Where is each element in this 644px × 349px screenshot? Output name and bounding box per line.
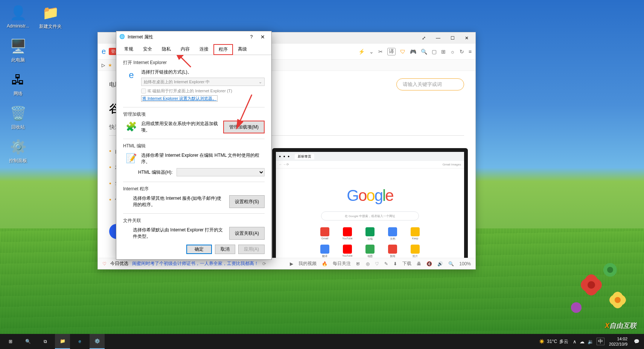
taskbar-settings[interactable]: ⚙️ (90, 334, 105, 349)
scissors-icon[interactable]: ✂ (378, 49, 383, 55)
section-file-assoc: 文件关联 选择你希望默认由 Internet Explorer 打开的文件类型。… (123, 217, 265, 240)
start-button[interactable]: ⊞ (3, 334, 18, 349)
tab-content[interactable]: 内容 (176, 44, 195, 55)
video-label[interactable]: 我的视频 (298, 260, 317, 267)
control-panel-icon: ⚙️ (9, 138, 27, 156)
google-shortcut: 地图 (362, 245, 378, 258)
separator (123, 213, 265, 214)
checkbox-input[interactable] (141, 89, 146, 93)
globe-icon: 🌐 (119, 34, 125, 40)
ie-tile-checkbox[interactable]: IE 磁贴用于打开桌面上的 Internet Explorer (T) (141, 88, 265, 94)
help-button[interactable]: ? (246, 34, 257, 40)
minimize-button[interactable]: — (432, 34, 444, 42)
zoom-level[interactable]: 100% (459, 261, 471, 266)
brush-icon[interactable]: ✎ (384, 261, 388, 266)
taskbar-clock[interactable]: 14:02 2022/10/9 (609, 336, 627, 347)
svg-point-4 (588, 281, 595, 289)
dialog-tabs: 常规 安全 隐私 内容 连接 程序 高级 (116, 43, 271, 55)
today-label[interactable]: 今日优选 (110, 260, 128, 267)
taskbar-ie[interactable]: e (72, 334, 87, 349)
maximize-button[interactable]: ☐ (447, 34, 458, 42)
weather-cond: 多云 (559, 338, 568, 345)
menu-icon[interactable]: ≡ (469, 49, 472, 55)
download-label[interactable]: 下载 (402, 260, 411, 267)
ie-logo-icon: e (102, 47, 106, 56)
dialog-title: Internet 属性 (128, 34, 246, 40)
open-method-dropdown[interactable]: 始终在桌面上的 Internet Explorer 中⌄ (141, 78, 265, 86)
tab-star-icon[interactable]: ★ (108, 63, 112, 68)
tab-privacy[interactable]: 隐私 (157, 44, 176, 55)
tab-play-icon[interactable]: ▷ (102, 63, 105, 68)
manage-addons-button[interactable]: 管理加载项(M) (223, 121, 265, 133)
desktop-icon-recycle-bin[interactable]: 🗑️ 回收站 (4, 104, 32, 130)
html-editor-select[interactable] (177, 168, 265, 176)
taskbar-explorer[interactable]: 📁 (55, 334, 70, 349)
tray-sound-icon[interactable]: 🔉 (588, 339, 594, 344)
daily-label[interactable]: 每日关注 (333, 260, 351, 267)
tray-cloud-icon[interactable]: ☁ (580, 339, 585, 344)
user-folder-icon: 👤 (9, 4, 27, 22)
shield-icon[interactable]: 🛡 (400, 49, 405, 55)
search-input[interactable]: 请输入关键字或词 (396, 78, 464, 90)
icon-label: Administr... (7, 23, 29, 29)
chrome-preview-frame: ●●●新标签页 ← → ⟳ Gmail Images Google 在 Goog… (272, 148, 468, 258)
notification-button[interactable]: 💬 (632, 334, 641, 349)
pin-button[interactable]: ⤢ (418, 34, 429, 42)
section-heading: Internet 程序 (123, 186, 265, 192)
bolt-icon[interactable]: ⚡ (358, 49, 365, 55)
nosound-icon[interactable]: 🔇 (426, 261, 432, 266)
taskbar: ⊞ 🔍 ⧉ 📁 e ⚙️ ☀️ 31°C 多云 ∧ ☁ 🔉 中 14:02 20… (0, 334, 644, 349)
search-button[interactable]: 🔍 (20, 334, 35, 349)
watermark: X自由互联 (605, 321, 636, 330)
section-html-edit: HTML 编辑 📝 选择你希望 Internet Explorer 在编辑 HT… (123, 143, 265, 176)
section-addons: 管理加载项 🧩 启用或禁用安装在系统中的浏览器加载项。 管理加载项(M) (123, 111, 265, 133)
close-button[interactable]: ✕ (257, 34, 268, 40)
tab-security[interactable]: 安全 (138, 44, 157, 55)
search-icon[interactable]: 🔍 (421, 49, 427, 55)
grid-icon[interactable]: ⊞ (441, 49, 446, 55)
heart-status-icon[interactable]: ♡ (375, 261, 379, 266)
desktop-icon-new-folder[interactable]: 📁 新建文件夹 (36, 4, 65, 30)
task-view-button[interactable]: ⧉ (38, 334, 53, 349)
desktop-icon-network[interactable]: 🖧 网络 (4, 71, 32, 97)
set-default-link[interactable]: 将 Internet Explorer 设置为默认浏览器。 (141, 95, 218, 102)
extension-icon[interactable]: ▢ (432, 49, 437, 55)
ime-indicator[interactable]: 中 (597, 338, 604, 345)
tab-general[interactable]: 常规 (119, 44, 138, 55)
brightness-icon[interactable]: ☼ (450, 49, 455, 55)
set-programs-button[interactable]: 设置程序(S) (229, 195, 265, 208)
desktop-icon-this-pc[interactable]: 🖥️ 此电脑 (4, 37, 32, 63)
google-shortcut: 新闻 (385, 245, 400, 258)
tray-overflow[interactable]: ∧ (573, 339, 577, 344)
weather-widget[interactable]: ☀️ 31°C 多云 (539, 338, 568, 345)
ring-icon[interactable]: ◎ (366, 261, 370, 266)
refresh-icon[interactable]: ⟳ (262, 261, 266, 266)
desktop-icon-administrator[interactable]: 👤 Administr... (4, 4, 32, 30)
dialog-titlebar[interactable]: 🌐 Internet 属性 ? ✕ (116, 31, 271, 43)
play-icon[interactable]: ▶ (290, 261, 293, 266)
translate-icon[interactable]: 译 (387, 48, 396, 55)
gamepad-icon[interactable]: 🎮 (410, 49, 416, 55)
chevron-down-icon[interactable]: ⌄ (369, 49, 374, 55)
preview-tabbar: ●●●新标签页 (276, 152, 464, 161)
download-icon[interactable]: ⬇ (393, 261, 397, 266)
printer-icon[interactable]: 🖶 (417, 261, 421, 266)
history-icon[interactable]: ↻ (460, 49, 464, 55)
ok-button[interactable]: 确定 (186, 245, 212, 254)
svg-point-1 (607, 267, 613, 273)
news-ticker[interactable]: 闺蜜闲时考了个初级会计师证书，一人养全家，工资比我都高！ (132, 260, 259, 267)
tab-advanced[interactable]: 高级 (233, 44, 252, 55)
set-assoc-button[interactable]: 设置关联(A) (229, 227, 265, 240)
desktop-icon-control-panel[interactable]: ⚙️ 控制面板 (4, 138, 32, 164)
google-shortcut: YouTube (340, 227, 355, 241)
cancel-button[interactable]: 取消 (215, 245, 235, 254)
tab-programs[interactable]: 程序 (213, 44, 233, 55)
tab-connections[interactable]: 连接 (195, 44, 213, 55)
flower-decoration (554, 247, 636, 330)
apply-button[interactable]: 应用(A) (238, 245, 265, 254)
folder-icon: 📁 (41, 4, 59, 22)
shield-status-icon[interactable]: ⛨ (356, 261, 361, 266)
zoom-icon[interactable]: 🔍 (448, 261, 454, 266)
volume-icon[interactable]: 🔊 (437, 261, 443, 266)
close-button[interactable]: ✕ (461, 34, 472, 42)
